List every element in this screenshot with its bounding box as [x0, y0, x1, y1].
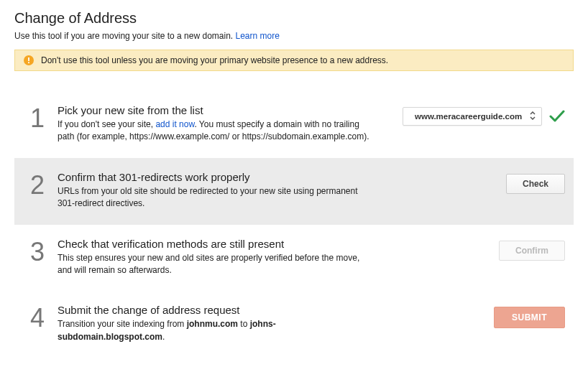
submit-button[interactable]: SUBMIT: [494, 307, 565, 328]
step-title: Pick your new site from the list: [58, 104, 391, 116]
step-description: This step ensures your new and old sites…: [58, 252, 374, 277]
confirm-button[interactable]: Confirm: [499, 241, 565, 261]
learn-more-link[interactable]: Learn more: [235, 31, 279, 41]
step4-prefix: Transition your site indexing from: [58, 319, 187, 329]
svg-rect-2: [28, 62, 29, 63]
page-title: Change of Address: [14, 10, 574, 27]
step4-suffix: .: [162, 332, 165, 342]
step-number: 1: [30, 104, 58, 131]
warning-icon: [24, 55, 34, 65]
svg-rect-1: [28, 57, 29, 61]
subtitle-text: Use this tool if you are moving your sit…: [14, 31, 235, 41]
chevron-updown-icon: [530, 111, 536, 121]
add-site-link[interactable]: add it now: [155, 119, 194, 129]
step-title: Check that verification methods are stil…: [58, 238, 391, 250]
step-4: 4 Submit the change of address request T…: [14, 291, 574, 358]
step-title: Confirm that 301-redirects work properly: [58, 171, 391, 183]
step1-desc-before: If you don't see your site,: [58, 119, 155, 129]
step-3: 3 Check that verification methods are st…: [14, 225, 574, 292]
checkmark-icon: [549, 110, 565, 123]
step-number: 3: [30, 238, 58, 265]
warning-text: Don't use this tool unless you are movin…: [41, 55, 388, 65]
step4-mid: to: [238, 319, 250, 329]
step-title: Submit the change of address request: [58, 304, 391, 316]
step-description: URLs from your old site should be redire…: [58, 185, 374, 210]
step-2: 2 Confirm that 301-redirects work proper…: [14, 158, 574, 225]
step-description: If you don't see your site, add it now. …: [58, 119, 374, 144]
step-description: Transition your site indexing from johnm…: [58, 318, 374, 343]
page-subtitle: Use this tool if you are moving your sit…: [14, 31, 574, 41]
step-number: 4: [30, 304, 58, 331]
selected-site-label: www.meracareerguide.com: [415, 112, 522, 121]
old-site-name: johnmu.com: [187, 319, 238, 329]
check-button[interactable]: Check: [506, 174, 565, 194]
site-select-dropdown[interactable]: www.meracareerguide.com: [403, 107, 542, 126]
step-1: 1 Pick your new site from the list If yo…: [14, 91, 574, 158]
step-number: 2: [30, 171, 58, 198]
warning-banner: Don't use this tool unless you are movin…: [14, 50, 574, 71]
